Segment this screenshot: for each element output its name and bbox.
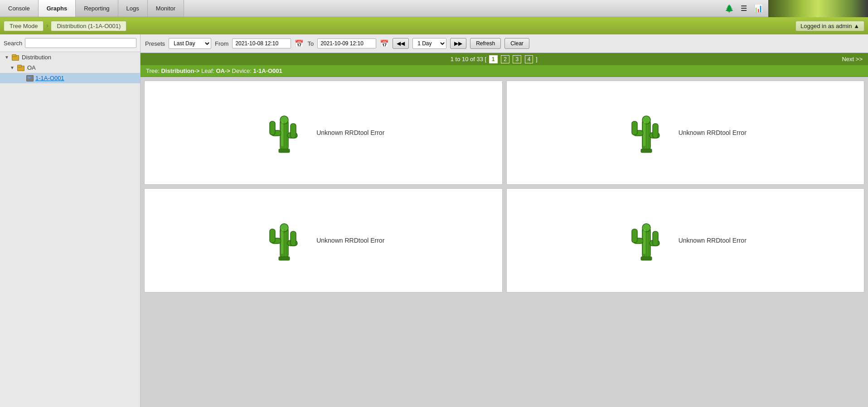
- svg-rect-21: [641, 149, 652, 153]
- to-calendar-icon[interactable]: 📅: [380, 39, 389, 48]
- tree-label-device[interactable]: 1-1A-O001: [35, 75, 64, 81]
- svg-rect-15: [653, 124, 658, 138]
- tree-icon[interactable]: 🌲: [723, 2, 736, 15]
- cactus-icon-2: [262, 211, 307, 270]
- filter-bar: Presets Last Day Last Hour Last Week Las…: [141, 34, 868, 53]
- top-nav: Console Graphs Reporting Logs Monitor 🌲 …: [0, 0, 868, 17]
- svg-rect-4: [291, 124, 296, 138]
- breadcrumb-tree-mode[interactable]: Tree Mode: [4, 21, 44, 31]
- next-button[interactable]: Next >>: [842, 56, 863, 62]
- tab-monitor[interactable]: Monitor: [148, 0, 184, 17]
- svg-rect-13: [632, 121, 637, 135]
- top-deco: [768, 0, 868, 17]
- breadcrumb-bar: Tree Mode › Distribution (1-1A-O001) Log…: [0, 17, 868, 34]
- logged-in-label: Logged in as admin ▲: [795, 21, 864, 31]
- graph-card-2: Unknown RRDtool Error: [144, 188, 503, 292]
- next-nav-button[interactable]: ▶▶: [450, 38, 466, 49]
- path-tree-value: Distribution->: [161, 67, 201, 74]
- path-device-label: Device:: [232, 67, 253, 74]
- device-icon: [26, 75, 34, 81]
- cactus-icon-1: [624, 103, 669, 162]
- sidebar-search: Search: [0, 34, 140, 52]
- graph-card-3: Unknown RRDtool Error: [506, 188, 865, 292]
- tree-label-distribution: Distribution: [22, 54, 51, 61]
- nav-icons: 🌲 ☰ 📊: [719, 2, 768, 15]
- svg-rect-2: [270, 121, 275, 135]
- top-nav-right: 🌲 ☰ 📊: [719, 0, 868, 17]
- page-link-4[interactable]: 4: [525, 55, 533, 63]
- search-label: Search: [4, 40, 22, 47]
- menu-icon[interactable]: ☰: [737, 2, 750, 15]
- graph-error-1: Unknown RRDtool Error: [679, 129, 747, 136]
- search-input[interactable]: [25, 38, 136, 48]
- tree-item-device[interactable]: 1-1A-O001: [0, 73, 140, 83]
- to-label: To: [307, 40, 314, 47]
- presets-select[interactable]: Last Day Last Hour Last Week Last Month: [169, 38, 211, 49]
- pagination-text: 1 to 10 of 33 [ 1 2 3 4 ]: [146, 56, 842, 62]
- tree-toggle-oa[interactable]: ▼: [9, 65, 15, 71]
- cactus-icon-0: [262, 103, 307, 162]
- tree-toggle-distribution[interactable]: ▼: [4, 54, 10, 61]
- tab-logs[interactable]: Logs: [118, 0, 148, 17]
- svg-rect-37: [653, 231, 658, 246]
- pagination-bar: 1 to 10 of 33 [ 1 2 3 4 ] Next >>: [141, 53, 868, 65]
- content-area: Presets Last Day Last Hour Last Week Las…: [141, 34, 868, 407]
- from-label: From: [215, 40, 228, 47]
- svg-rect-42: [643, 229, 645, 254]
- graph-grid: Unknown RRDtool Error: [141, 77, 868, 296]
- from-calendar-icon[interactable]: 📅: [295, 39, 304, 48]
- main-layout: Search ▼ Distribution ▼ OA 1-1A-O001 Pre…: [0, 34, 868, 407]
- graph-card-1: Unknown RRDtool Error: [506, 81, 865, 185]
- from-input[interactable]: [232, 38, 291, 48]
- svg-rect-43: [641, 257, 652, 260]
- sidebar: Search ▼ Distribution ▼ OA 1-1A-O001: [0, 34, 141, 407]
- folder-icon-distribution: [12, 54, 20, 61]
- svg-rect-32: [279, 257, 290, 260]
- svg-rect-20: [643, 121, 645, 146]
- breadcrumb-arrow: ›: [46, 23, 48, 29]
- tree-item-oa[interactable]: ▼ OA: [0, 62, 140, 73]
- page-link-2[interactable]: 2: [501, 55, 509, 63]
- page-link-1[interactable]: 1: [489, 55, 498, 63]
- to-input[interactable]: [317, 38, 376, 48]
- presets-label: Presets: [145, 40, 165, 47]
- svg-rect-35: [632, 229, 637, 243]
- svg-rect-26: [291, 231, 296, 246]
- tree-label-oa: OA: [27, 64, 36, 71]
- path-bar: Tree: Distribution-> Leaf: OA-> Device: …: [141, 65, 868, 77]
- clear-button[interactable]: Clear: [504, 38, 529, 49]
- chart-icon[interactable]: 📊: [752, 2, 765, 15]
- breadcrumb-distribution[interactable]: Distribution (1-1A-O001): [51, 21, 126, 31]
- tab-graphs[interactable]: Graphs: [39, 0, 76, 17]
- cactus-icon-3: [624, 211, 669, 270]
- path-device-value: 1-1A-O001: [253, 67, 282, 74]
- path-leaf-label: Leaf:: [201, 67, 216, 74]
- path-leaf-value: OA->: [216, 67, 232, 74]
- graph-error-0: Unknown RRDtool Error: [316, 129, 384, 136]
- svg-rect-31: [281, 229, 283, 254]
- svg-rect-24: [270, 229, 275, 243]
- graph-card-0: Unknown RRDtool Error: [144, 81, 503, 185]
- path-tree-label: Tree:: [146, 67, 161, 74]
- refresh-button[interactable]: Refresh: [470, 38, 501, 49]
- page-link-3[interactable]: 3: [513, 55, 521, 63]
- tab-console[interactable]: Console: [0, 0, 39, 17]
- svg-rect-9: [281, 121, 283, 146]
- tree-item-distribution[interactable]: ▼ Distribution: [0, 52, 140, 62]
- graph-error-2: Unknown RRDtool Error: [316, 237, 384, 244]
- graph-error-3: Unknown RRDtool Error: [679, 237, 747, 244]
- tab-reporting[interactable]: Reporting: [76, 0, 118, 17]
- svg-rect-10: [279, 149, 290, 153]
- prev-nav-button[interactable]: ◀◀: [393, 38, 409, 49]
- interval-select[interactable]: 1 Day 1 Hour 1 Week: [412, 38, 446, 49]
- folder-icon-oa: [17, 65, 25, 71]
